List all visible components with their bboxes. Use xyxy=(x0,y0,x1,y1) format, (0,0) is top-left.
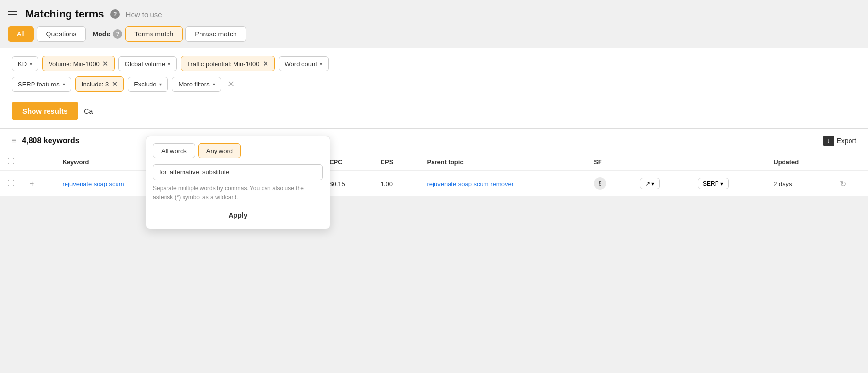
word-count-filter[interactable]: Word count ▾ xyxy=(279,56,329,71)
keyword-link[interactable]: rejuvenate soap scum xyxy=(63,180,124,187)
results-drag-icon: ≡ xyxy=(12,136,16,145)
cancel-text: Ca xyxy=(84,107,93,115)
exclude-filter[interactable]: Exclude ▾ xyxy=(128,77,168,92)
keywords-table: Keyword CPC CPS Parent topic SF Updated xyxy=(0,153,868,196)
tabs-row: All Questions Mode ? Terms match Phrase … xyxy=(0,26,868,48)
global-volume-chevron-icon: ▾ xyxy=(168,61,170,67)
mode-label: Mode ? xyxy=(93,29,123,39)
word-count-chevron-icon: ▾ xyxy=(320,61,322,67)
td-add: + xyxy=(22,171,55,196)
refresh-icon[interactable]: ↻ xyxy=(840,180,846,188)
tab-questions[interactable]: Questions xyxy=(37,26,86,42)
page-title: Matching terms xyxy=(25,8,104,20)
th-sf: SF xyxy=(586,153,632,171)
filters-area: KD ▾ Volume: Min-1000 ✕ Global volume ▾ … xyxy=(0,48,868,128)
popup-apply-row: Apply xyxy=(153,208,323,222)
header: Matching terms ? How to use xyxy=(0,0,868,26)
kd-filter[interactable]: KD ▾ xyxy=(12,56,38,71)
tab-all[interactable]: All xyxy=(8,26,34,42)
td-trend: ↗ ▾ xyxy=(632,171,690,196)
th-serp xyxy=(690,153,766,171)
td-parent-topic: rejuvenate soap scum remover xyxy=(419,171,586,196)
row-checkbox[interactable] xyxy=(8,180,14,186)
serp-chevron-icon: ▾ xyxy=(720,180,723,187)
results-count: 4,808 keywords xyxy=(22,136,79,145)
trend-icon: ↗ xyxy=(645,180,650,187)
volume-close-icon[interactable]: ✕ xyxy=(102,60,108,68)
export-icon: ↓ xyxy=(823,136,834,146)
include-close-icon[interactable]: ✕ xyxy=(112,80,117,88)
kd-chevron-icon: ▾ xyxy=(30,61,32,67)
serp-button[interactable]: SERP ▾ xyxy=(698,178,729,189)
results-header: ≡ 4,808 keywords ↓ Export xyxy=(0,128,868,153)
show-results-button[interactable]: Show results xyxy=(12,102,78,120)
th-parent-topic: Parent topic xyxy=(419,153,586,171)
actions-row: Show results Ca xyxy=(12,97,856,120)
table-header-row: Keyword CPC CPS Parent topic SF Updated xyxy=(0,153,868,171)
th-checkbox xyxy=(0,153,22,171)
parent-topic-link[interactable]: rejuvenate soap scum remover xyxy=(427,180,514,187)
td-updated: 2 days xyxy=(766,171,832,196)
select-all-checkbox[interactable] xyxy=(8,158,14,164)
th-refresh xyxy=(832,153,868,171)
td-refresh: ↻ xyxy=(832,171,868,196)
table-row: + rejuvenate soap scum 4 1.0K 1.2K $0.15… xyxy=(0,171,868,196)
hamburger-icon[interactable] xyxy=(8,11,17,17)
trend-chevron-icon: ▾ xyxy=(651,180,654,187)
clear-all-filters-icon[interactable]: ✕ xyxy=(227,79,234,89)
sf-badge: 5 xyxy=(594,177,606,190)
tab-terms-match[interactable]: Terms match xyxy=(125,26,183,42)
td-checkbox xyxy=(0,171,22,196)
popup-hint: Separate multiple words by commas. You c… xyxy=(153,184,323,202)
th-trend xyxy=(632,153,690,171)
serp-features-chevron-icon: ▾ xyxy=(63,82,65,87)
trend-button[interactable]: ↗ ▾ xyxy=(640,178,660,189)
page: Matching terms ? How to use All Question… xyxy=(0,0,868,373)
table-container: Keyword CPC CPS Parent topic SF Updated xyxy=(0,153,868,196)
exclude-chevron-icon: ▾ xyxy=(159,82,162,87)
td-sf: 5 xyxy=(586,171,632,196)
more-filters-chevron-icon: ▾ xyxy=(213,82,215,87)
filter-row-2: SERP features ▾ Include: 3 ✕ Exclude ▾ M… xyxy=(12,76,856,92)
filter-row-1: KD ▾ Volume: Min-1000 ✕ Global volume ▾ … xyxy=(12,56,856,71)
volume-filter[interactable]: Volume: Min-1000 ✕ xyxy=(42,56,115,71)
traffic-potential-close-icon[interactable]: ✕ xyxy=(263,60,268,68)
mode-help-icon[interactable]: ? xyxy=(113,29,122,39)
serp-features-filter[interactable]: SERP features ▾ xyxy=(12,77,71,92)
add-icon[interactable]: + xyxy=(30,179,34,187)
include-input[interactable] xyxy=(153,164,323,180)
how-to-use-link[interactable]: How to use xyxy=(126,10,162,18)
header-help-icon[interactable]: ? xyxy=(110,9,120,19)
td-cps: 1.00 xyxy=(373,171,419,196)
popup-tab-all-words[interactable]: All words xyxy=(153,143,195,158)
popup-tab-any-word[interactable]: Any word xyxy=(198,143,241,158)
include-dropdown-popup: All words Any word Separate multiple wor… xyxy=(146,136,330,229)
th-updated: Updated xyxy=(766,153,832,171)
th-add xyxy=(22,153,55,171)
popup-tabs: All words Any word xyxy=(153,143,323,158)
more-filters-filter[interactable]: More filters ▾ xyxy=(172,77,221,92)
export-button[interactable]: ↓ Export xyxy=(823,136,856,146)
traffic-potential-filter[interactable]: Traffic potential: Min-1000 ✕ xyxy=(181,56,275,71)
td-serp: SERP ▾ xyxy=(690,171,766,196)
global-volume-filter[interactable]: Global volume ▾ xyxy=(118,56,177,71)
apply-button[interactable]: Apply xyxy=(223,208,253,222)
include-filter[interactable]: Include: 3 ✕ xyxy=(75,76,124,92)
th-cps: CPS xyxy=(373,153,419,171)
tab-phrase-match[interactable]: Phrase match xyxy=(185,26,246,42)
